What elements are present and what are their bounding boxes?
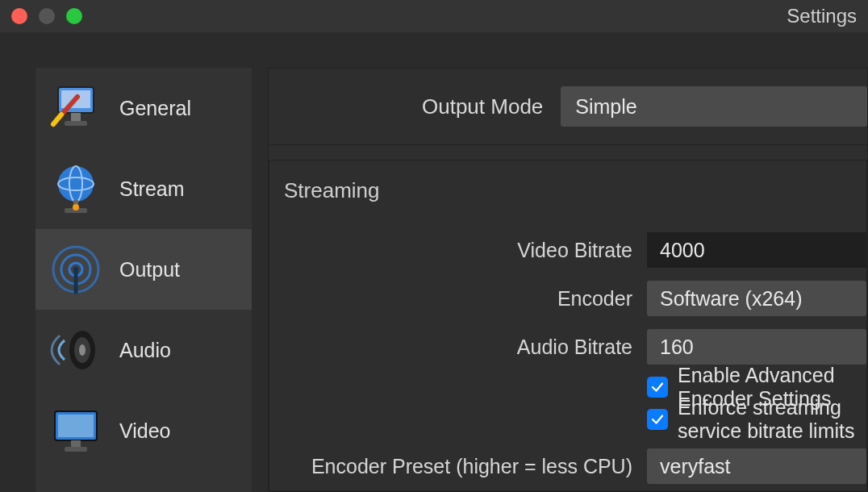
svg-line-5 [53,115,61,124]
encoder-label: Encoder [269,287,632,311]
enforce-streaming-checkbox[interactable] [647,409,668,430]
video-bitrate-input[interactable]: 4000 [647,232,866,268]
encoder-preset-value: veryfast [660,455,731,478]
video-bitrate-label: Video Bitrate [269,239,632,262]
settings-general-icon [47,79,105,137]
svg-point-19 [79,344,86,356]
sidebar-item-audio[interactable]: Audio [35,310,252,390]
output-mode-select[interactable]: Simple [561,86,867,127]
check-icon [650,412,665,427]
output-mode-value: Simple [575,95,636,119]
window-controls [11,8,82,24]
audio-bitrate-select[interactable]: 160 [647,329,866,365]
sidebar-item-label: Output [119,258,180,281]
sidebar-item-video[interactable]: Video [35,390,252,471]
streaming-panel: Streaming Video Bitrate 4000 Encoder Sof… [269,160,867,491]
close-window-button[interactable] [11,8,27,24]
svg-rect-23 [65,447,87,452]
settings-sidebar: General Stream [35,68,252,492]
sidebar-item-label: Audio [119,339,171,362]
sidebar-item-stream[interactable]: Stream [35,148,252,229]
sidebar-item-label: Video [119,419,171,443]
check-icon [650,380,665,394]
encoder-preset-label: Encoder Preset (higher = less CPU) [269,455,632,478]
sidebar-item-label: General [119,97,191,120]
video-bitrate-value: 4000 [660,239,705,262]
encoder-preset-select[interactable]: veryfast [647,448,866,484]
output-mode-row: Output Mode Simple [269,69,867,145]
speaker-icon [47,321,105,379]
titlebar: Settings [0,0,868,32]
svg-rect-2 [71,113,81,121]
broadcast-icon [47,240,105,298]
window-title: Settings [787,0,857,32]
svg-rect-3 [65,121,87,126]
encoder-select[interactable]: Software (x264) [647,281,866,316]
svg-point-11 [73,204,79,211]
svg-point-6 [58,166,94,202]
settings-main: Output Mode Simple Streaming Video Bitra… [268,68,868,492]
globe-icon [47,160,105,218]
audio-bitrate-label: Audio Bitrate [269,336,632,359]
svg-rect-21 [58,415,94,437]
enable-advanced-checkbox[interactable] [647,377,668,398]
encoder-value: Software (x264) [660,287,802,311]
output-mode-label: Output Mode [422,94,543,119]
streaming-section-title: Streaming [269,178,866,226]
svg-rect-22 [71,440,81,447]
sidebar-item-general[interactable]: General [35,68,252,148]
audio-bitrate-value: 160 [660,336,694,359]
sidebar-item-output[interactable]: Output [35,229,252,310]
monitor-icon [47,402,105,460]
svg-point-16 [73,267,78,272]
minimize-window-button[interactable] [39,8,55,24]
sidebar-item-label: Stream [119,177,185,201]
zoom-window-button[interactable] [66,8,82,24]
enforce-streaming-label: Enforce streaming service bitrate limits [678,396,866,443]
